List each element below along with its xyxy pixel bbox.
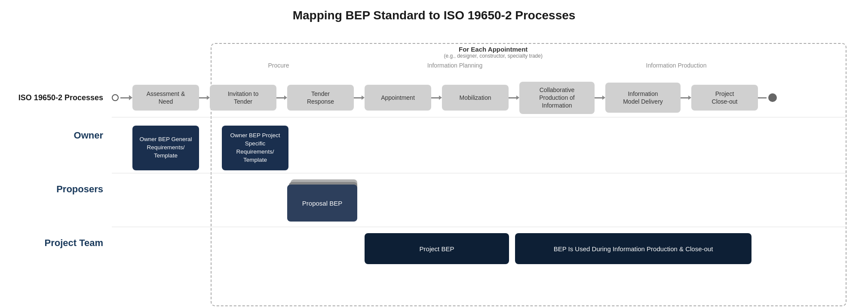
appointment-title: For Each Appointment — [444, 46, 542, 53]
iso-process-row: ISO 19650-2 Processes Assessment & Need … — [13, 82, 855, 114]
proposal-bep-card: Proposal BEP — [287, 185, 357, 222]
diagram-area: For Each Appointment (e.g., designer, co… — [13, 31, 855, 306]
iso-label: ISO 19650-2 Processes — [13, 93, 112, 102]
appointment-label: For Each Appointment (e.g., designer, co… — [444, 46, 542, 59]
divider-1 — [112, 117, 847, 117]
owner-cards-flex: Owner BEP General Requirements/ Template… — [132, 126, 288, 170]
project-team-row: Project Team Project BEP BEP Is Used Dur… — [13, 233, 855, 264]
divider-3 — [112, 227, 847, 227]
divider-2 — [112, 173, 847, 173]
section-labels: Procure Information Planning Information… — [210, 62, 790, 69]
project-team-label: Project Team — [13, 233, 112, 249]
process-box-info-model: Information Model Delivery — [605, 83, 681, 113]
connector-1 — [199, 95, 210, 100]
bep-info-card: BEP Is Used During Information Productio… — [515, 233, 751, 264]
process-box-mobilization: Mobilization — [442, 85, 509, 111]
connector-3 — [354, 95, 365, 100]
owner-card-2: Owner BEP Project Specific Requirements/… — [222, 126, 288, 170]
owner-cards: Owner BEP General Requirements/ Template… — [132, 126, 288, 170]
process-box-assessment: Assessment & Need — [132, 85, 199, 111]
process-box-collaborative: Collaborative Production of Information — [519, 82, 595, 114]
connector-5 — [509, 95, 519, 100]
process-box-tender: Tender Response — [287, 85, 354, 111]
section-label-info-planning: Information Planning — [347, 62, 562, 69]
project-bep-card: Project BEP — [365, 233, 509, 264]
main-title: Mapping BEP Standard to ISO 19650-2 Proc… — [13, 9, 855, 22]
connector-2 — [276, 95, 287, 100]
start-circle — [112, 94, 119, 101]
section-label-info-production: Information Production — [562, 62, 790, 69]
process-box-invitation: Invitation to Tender — [210, 85, 276, 111]
end-line — [758, 97, 767, 99]
start-arrow — [129, 95, 132, 100]
page-container: Mapping BEP Standard to ISO 19650-2 Proc… — [0, 0, 868, 308]
process-box-appointment: Appointment — [365, 85, 431, 111]
end-circle — [768, 93, 777, 102]
appointment-sublabel: (e.g., designer, constructor, specialty … — [444, 53, 542, 59]
connector-7 — [681, 95, 691, 100]
owner-row: Owner Owner BEP General Requirements/ Te… — [13, 126, 855, 170]
proposal-bep-wrapper: Proposal BEP — [287, 179, 358, 222]
process-box-closeout: Project Close-out — [691, 85, 758, 111]
owner-card-1: Owner BEP General Requirements/ Template — [132, 126, 199, 170]
proposers-label: Proposers — [13, 179, 112, 195]
proposers-row: Proposers Proposal BEP — [13, 179, 855, 222]
connector-4 — [431, 95, 442, 100]
connector-6 — [595, 95, 605, 100]
stacked-cards: Proposal BEP — [287, 179, 358, 222]
spacer-1 — [205, 126, 216, 170]
start-line — [120, 97, 129, 99]
owner-label: Owner — [13, 126, 112, 141]
section-label-procure: Procure — [210, 62, 347, 69]
project-team-cards: Project BEP BEP Is Used During Informati… — [365, 233, 751, 264]
